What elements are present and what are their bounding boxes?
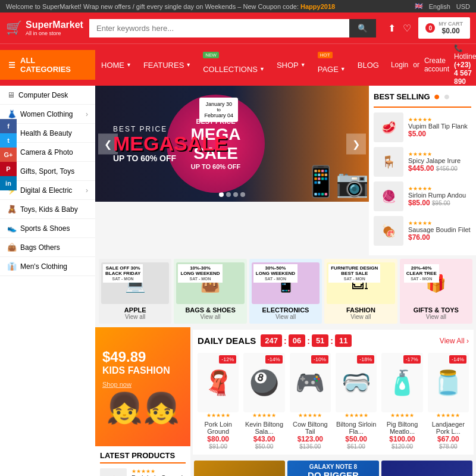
bottom-banner-iphone[interactable]: APP IPHONE NOW SALE 30% OFF See More → [381,461,472,476]
sidebar-label: Women Clothing [20,110,73,118]
deals-header: DAILY DEALS 247 : 06 : 51 : 11 View All … [198,334,469,347]
wishlist-icon[interactable]: ♡ [403,23,411,34]
best-selling-panel: BEST SELLING ● ● 🥩 ★★★★★ Vupim Ball Tip … [369,86,476,255]
bags-link[interactable]: View all [176,314,244,320]
cat-banner-bags[interactable]: 10%-30%LONG WEEKENDSAT - MON 👜 BAGS & SH… [174,259,246,324]
social-twitter[interactable]: t [0,133,17,148]
lp-info-1: ★★★★★ Pork Loin Ground $80.00 $91.00 [131,468,183,476]
hotline-number: (+23) 4 567 890 [454,61,472,86]
kids-shop-link[interactable]: Shop now [102,381,183,388]
deal-item-6[interactable]: -14% 🫙 ★★★★★ Landjaeger Pork L... $67.00… [428,353,469,450]
bs-price-1: $5.00 [408,130,471,138]
language-selector[interactable]: English [429,3,450,10]
bs-item-3[interactable]: 🧶 ★★★★★ Sirloin Rump Andou $85.00 $95.00 [374,181,471,211]
nav-collections-label: COLLECTIONS [203,65,258,74]
view-all-link[interactable]: View All › [440,337,469,345]
apple-link[interactable]: View all [101,314,169,320]
nav-features[interactable]: FEATURES ▼ [137,55,197,76]
hero-dot-3[interactable] [233,192,238,197]
social-pinterest[interactable]: P [0,162,17,176]
chevron-icon: ▼ [300,62,306,68]
hero-dot-2[interactable] [226,192,231,197]
hero-dot-1[interactable] [219,192,224,197]
gifts-title: GIFTS & TOYS [402,306,470,314]
bs-info-3: ★★★★★ Sirloin Rump Andou $85.00 $95.00 [408,186,471,207]
coupon-code: Happy2018 [300,3,335,10]
deal-item-3[interactable]: -10% 🎮 ★★★★★ Cow Biltong Tail $123.00 $1… [290,353,331,450]
gifts-link[interactable]: View all [402,314,470,320]
bs-item-2[interactable]: 🪑 ★★★★★ Spicy Jalape Irure $445.00 $456.… [374,147,471,177]
cat-banner-fashion[interactable]: FURNITURE DESIGNBEST SALESAT - MON 🛋 FAS… [324,259,397,324]
nav-page[interactable]: HOT PAGE ▼ [312,51,352,80]
promo-message: Welcome to SuperMarket! Wrap new offers … [6,3,300,10]
bs-name-3: Sirloin Rump Andou [408,192,471,199]
bottom-banner-galaxy[interactable]: GALAXY NOTE 8 DO BIGGER THINGS 📱 See Mor… [287,461,378,476]
cart-button[interactable]: 0 MY CART $0.00 [418,17,470,39]
bottom-banner-fashion[interactable]: FASHION FOR WOMEN SALE 60% OFF See More … [194,461,285,476]
nav-blog[interactable]: BLOG [352,55,385,76]
cart-amount: $0.00 [439,27,463,35]
logo[interactable]: 🛒 SuperMarket All in one store [6,20,83,36]
bs-thumb-3: 🧶 [374,181,403,211]
bs-thumb-2: 🪑 [374,147,403,177]
deal-badge-4: -18% [357,355,374,364]
flag-icon: 🇬🇧 [415,2,423,10]
deal-badge-2: -14% [265,355,283,364]
deal-badge-5: -17% [403,355,421,364]
currency-selector[interactable]: USD [456,3,470,10]
nav-home[interactable]: HOME ▼ [95,55,137,76]
sidebar-item-sports[interactable]: 👟 Sports & Shoes [0,219,95,238]
social-linkedin[interactable]: in [0,176,17,190]
cat-banner-apple[interactable]: SALE OFF 30%BLACK FRIDAYSAT - MON 💻 APPL… [99,259,171,324]
lp-item-1[interactable]: 🧣 ★★★★★ Pork Loin Ground $80.00 $91.00 [100,468,186,476]
cat-banner-gifts[interactable]: 20%-40%CLEAR TREESAT - MON 🎁 GIFTS & TOY… [400,259,472,324]
deal-name-6: Landjaeger Pork L... [428,421,469,435]
bs-item-4[interactable]: 🍖 ★★★★★ Sausage Boudin Filet $76.00 [374,216,471,246]
cat-banner-electronics[interactable]: 30%-50%LONG WEEKENDSAT - MON 📱 ELECTRONI… [249,259,322,324]
bottom-banners: FASHION FOR WOMEN SALE 60% OFF See More … [190,457,476,476]
social-google[interactable]: G+ [0,148,17,162]
count-hours: 247 [261,334,282,347]
share-icon[interactable]: ⬆ [388,23,396,34]
nav-right: Login or Create account 📞 Hotline (+23) … [385,44,476,86]
logo-subtext: All in one store [26,30,83,36]
create-account-link[interactable]: Create account [424,57,449,73]
elec-link[interactable]: View all [252,314,320,320]
sidebar-item-toys[interactable]: 🧸 Toys, Kids & Baby [0,200,95,219]
women-icon: 👗 [7,109,17,118]
search-button[interactable]: 🔍 [349,19,376,37]
hero-next-button[interactable]: ❯ [346,133,366,154]
bs-item-1[interactable]: 🥩 ★★★★★ Vupim Ball Tip Flank $5.00 [374,112,471,142]
deal-stars-6: ★★★★★ [428,412,469,418]
mens-icon: 👔 [7,262,17,271]
hero-row: BEST PRICE MEGASALE UP TO 60% OFF BEST P… [95,86,476,255]
sidebar-item-bags[interactable]: 👜 Bags Others [0,238,95,257]
hero-dot-4[interactable] [240,192,245,197]
lp-stars-1: ★★★★★ [131,468,183,474]
deal-name-2: Kevin Biltong Sala... [243,421,284,435]
count-sep-3: : [330,336,333,346]
bs-thumb-1: 🥩 [374,112,403,142]
sidebar-item-computer-desk[interactable]: 🖥 Computer Desk [0,86,95,105]
nav-shop[interactable]: SHOP ▼ [271,55,312,76]
search-input[interactable] [89,19,349,37]
sidebar-label: Men's Clothing [20,262,67,271]
all-categories-button[interactable]: ☰ ALL CATEGORIES [0,50,95,80]
apple-title: APPLE [101,306,169,314]
social-facebook[interactable]: f [0,119,17,133]
date-to: February 04 [204,112,233,118]
sidebar-label: Gifts, Sport, Toys [20,167,74,176]
deal-item-1[interactable]: -12% 🧣 ★★★★★ Pork Loin Ground $80.00 $91… [198,353,239,450]
kids-label: KIDS FASHION [102,365,183,376]
deal-item-4[interactable]: -18% 🥽 ★★★★★ Biltong Sirloin Fla... $50.… [336,353,377,450]
best-selling-title: BEST SELLING ● ● [374,90,471,108]
sidebar-item-mens[interactable]: 👔 Men's Clothing [0,257,95,276]
nav-collections[interactable]: NEW COLLECTIONS ▼ [197,51,271,80]
deal-old-4: $61.00 [336,443,377,450]
login-link[interactable]: Login [391,61,408,69]
deal-item-2[interactable]: -14% 🎱 ★★★★★ Kevin Biltong Sala... $43.0… [243,353,284,450]
hero-product-camera: 📷 [336,167,369,199]
deal-item-5[interactable]: -17% 🧴 ★★★★★ Pig Biltong Meatlo... $100.… [381,353,422,450]
fashion-link[interactable]: View all [327,314,394,320]
cart-label: MY CART [439,21,463,27]
